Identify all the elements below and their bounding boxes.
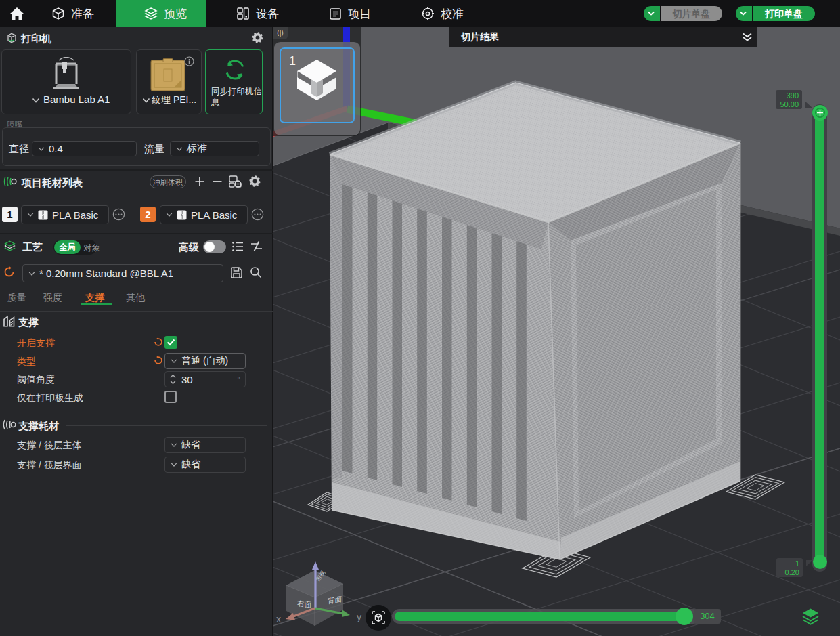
svg-text:y: y	[357, 612, 361, 622]
svg-text:x: x	[276, 614, 281, 624]
